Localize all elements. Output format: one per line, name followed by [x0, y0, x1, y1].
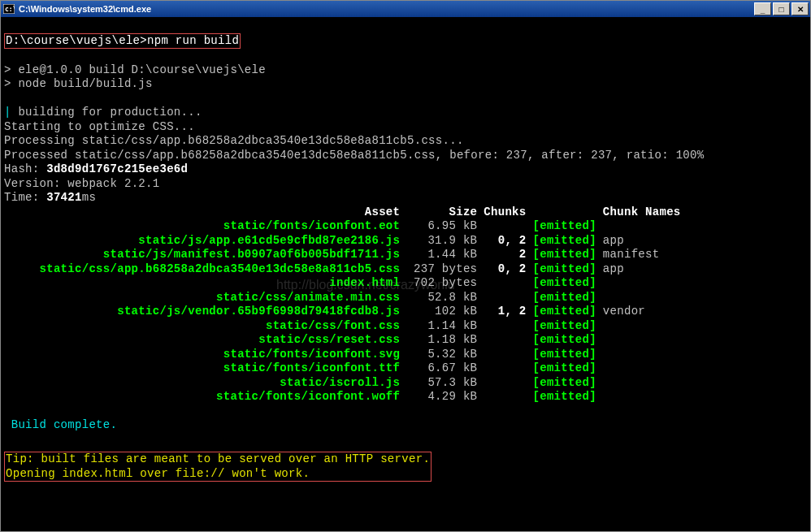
asset-row: static/css/reset.css 1.18 kB [emitted]	[4, 333, 687, 348]
asset-chunk-name	[603, 348, 687, 362]
asset-name: static/css/app.b68258a2dbca3540e13dc58e8…	[4, 262, 406, 277]
asset-chunks	[484, 291, 532, 305]
header-emitted	[533, 205, 603, 220]
asset-name: static/css/reset.css	[4, 333, 406, 348]
asset-row: static/fonts/iconfont.woff 4.29 kB [emit…	[4, 390, 687, 404]
asset-chunks	[484, 376, 532, 391]
asset-emitted: [emitted]	[533, 348, 603, 362]
hash-label: Hash:	[4, 162, 46, 175]
asset-emitted: [emitted]	[533, 291, 603, 305]
terminal-output[interactable]: D:\course\vuejs\ele>npm run build > ele@…	[1, 17, 810, 531]
maximize-button[interactable]: □	[773, 2, 790, 15]
asset-size: 237 bytes	[406, 262, 484, 277]
asset-size: 52.8 kB	[406, 291, 484, 305]
prompt-line: D:\course\vuejs\ele>npm run build	[4, 33, 241, 50]
npm-line-1: > node build/build.js	[4, 77, 153, 90]
asset-chunks	[484, 390, 532, 404]
minimize-button[interactable]: _	[754, 2, 771, 15]
asset-row: static/js/app.e61cd5e9cfbd87ee2186.js 31…	[4, 234, 687, 249]
svg-text:c:\: c:\	[5, 6, 15, 13]
asset-chunk-name: app	[603, 234, 687, 249]
asset-name: static/fonts/iconfont.woff	[4, 390, 406, 404]
time-label: Time:	[4, 191, 46, 204]
header-asset: Asset	[4, 205, 406, 220]
asset-row: static/css/font.css 1.14 kB [emitted]	[4, 319, 687, 334]
asset-size: 1.44 kB	[406, 248, 484, 262]
asset-chunk-name	[603, 361, 687, 376]
version-value: 2.2.1	[124, 177, 160, 190]
asset-chunk-name	[603, 276, 687, 291]
asset-chunk-name: manifest	[603, 248, 687, 262]
version-label: Version: webpack	[4, 177, 124, 190]
asset-chunk-name	[603, 291, 687, 305]
title-text: C:\Windows\system32\cmd.exe	[19, 4, 151, 14]
cmd-icon: c:\	[2, 2, 15, 15]
time-unit: ms	[82, 191, 96, 204]
header-chunks: Chunks	[484, 205, 532, 220]
cmd-window: c:\ C:\Windows\system32\cmd.exe _ □ ✕ D:…	[0, 0, 811, 532]
asset-row: static/fonts/iconfont.svg 5.32 kB [emitt…	[4, 348, 687, 362]
close-button[interactable]: ✕	[791, 2, 809, 15]
asset-chunks: 0, 2	[484, 234, 532, 249]
asset-size: 1.18 kB	[406, 333, 484, 348]
asset-row: static/fonts/iconfont.ttf 6.67 kB [emitt…	[4, 361, 687, 376]
npm-line-0: > ele@1.0.0 build D:\course\vuejs\ele	[4, 63, 266, 76]
asset-row: static/css/animate.min.css 52.8 kB [emit…	[4, 291, 687, 305]
asset-chunks: 0, 2	[484, 262, 532, 277]
asset-chunks	[484, 333, 532, 348]
asset-emitted: [emitted]	[533, 262, 603, 277]
asset-chunk-name	[603, 390, 687, 404]
asset-name: static/css/font.css	[4, 319, 406, 334]
asset-name: static/js/app.e61cd5e9cfbd87ee2186.js	[4, 234, 406, 249]
asset-emitted: [emitted]	[533, 361, 603, 376]
prompt-path: D:\course\vuejs\ele>	[6, 34, 147, 47]
asset-row: static/fonts/iconfont.eot 6.95 kB [emitt…	[4, 219, 687, 234]
asset-chunks	[484, 348, 532, 362]
processing-text: Processing static/css/app.b68258a2dbca35…	[4, 134, 464, 147]
asset-chunk-name	[603, 219, 687, 234]
prompt-cmd: npm run build	[147, 34, 239, 47]
asset-name: static/css/animate.min.css	[4, 291, 406, 305]
asset-size: 1.14 kB	[406, 319, 484, 334]
asset-chunks	[484, 319, 532, 334]
asset-name: static/js/vendor.65b9f6998d79418fcdb8.js	[4, 305, 406, 319]
asset-row: static/js/manifest.b0907a0f6b005bdf1711.…	[4, 248, 687, 262]
titlebar[interactable]: c:\ C:\Windows\system32\cmd.exe _ □ ✕	[1, 1, 810, 17]
asset-emitted: [emitted]	[533, 305, 603, 319]
asset-name: static/fonts/iconfont.eot	[4, 219, 406, 234]
asset-chunks	[484, 276, 532, 291]
asset-chunks	[484, 361, 532, 376]
asset-name: static/fonts/iconfont.ttf	[4, 361, 406, 376]
asset-size: 5.32 kB	[406, 348, 484, 362]
time-value: 37421	[46, 191, 82, 204]
processed-text: Processed static/css/app.b68258a2dbca354…	[4, 149, 704, 162]
hash-value: 3d8d9d1767c215ee3e6d	[46, 162, 188, 175]
asset-row: static/css/app.b68258a2dbca3540e13dc58e8…	[4, 262, 687, 277]
header-size: Size	[406, 205, 484, 220]
asset-name: static/fonts/iconfont.svg	[4, 348, 406, 362]
asset-size: 31.9 kB	[406, 234, 484, 249]
asset-emitted: [emitted]	[533, 333, 603, 348]
asset-emitted: [emitted]	[533, 376, 603, 391]
asset-emitted: [emitted]	[533, 234, 603, 249]
asset-row: static/js/vendor.65b9f6998d79418fcdb8.js…	[4, 305, 687, 319]
asset-chunks: 1, 2	[484, 305, 532, 319]
asset-chunk-name	[603, 319, 687, 334]
spinner-icon: |	[4, 106, 11, 119]
tip-line-1: Tip: built files are meant to be served …	[6, 452, 430, 465]
asset-chunks	[484, 219, 532, 234]
asset-chunks: 2	[484, 248, 532, 262]
asset-size: 6.67 kB	[406, 361, 484, 376]
build-complete: Build complete.	[11, 418, 118, 431]
building-text: building for production...	[18, 106, 202, 119]
optimize-text: Starting to optimize CSS...	[4, 120, 195, 133]
asset-chunk-name: app	[603, 262, 687, 277]
asset-size: 6.95 kB	[406, 219, 484, 234]
asset-emitted: [emitted]	[533, 319, 603, 334]
asset-chunk-name	[603, 376, 687, 391]
asset-chunk-name: vendor	[603, 305, 687, 319]
header-chunk-names: Chunk Names	[603, 205, 687, 220]
asset-emitted: [emitted]	[533, 276, 603, 291]
asset-emitted: [emitted]	[533, 248, 603, 262]
tip-line-2: Opening index.html over file:// won't wo…	[6, 467, 310, 480]
